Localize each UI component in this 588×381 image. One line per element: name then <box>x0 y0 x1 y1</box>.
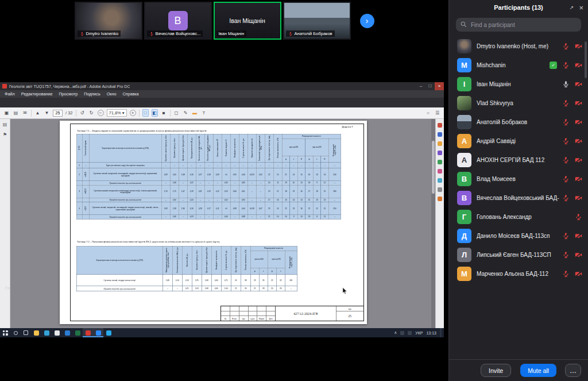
video-status-icon[interactable] <box>575 251 582 259</box>
video-status-icon[interactable] <box>575 99 582 107</box>
table-cell: 0,09 <box>213 168 222 181</box>
table-cell: Суглинок легкий, пилуватий, лесовидний, … <box>89 168 161 181</box>
scrollbar-thumb[interactable] <box>432 141 435 194</box>
mute-all-button[interactable]: Mute all <box>520 364 556 377</box>
document-view[interactable]: Додаток Г Таблиця 7.1 – Зведена відоміст… <box>10 119 435 328</box>
excel-icon[interactable] <box>72 328 83 337</box>
participant-row[interactable]: В Вячеслав Войцеховський БАД-1... <box>449 188 588 207</box>
mic-status-icon[interactable] <box>575 213 582 221</box>
participant-row[interactable]: I Іван Міщанін <box>449 75 588 94</box>
close-icon[interactable]: × <box>579 4 583 11</box>
table-cell: 0,95 <box>230 168 239 181</box>
mic-status-icon[interactable] <box>562 251 570 259</box>
video-status-icon[interactable] <box>575 270 582 278</box>
start-button[interactable] <box>0 328 10 337</box>
next-participants-button[interactable]: › <box>360 14 374 28</box>
muted-mic-icon <box>288 32 293 36</box>
mic-status-icon[interactable] <box>562 61 570 69</box>
menu-item[interactable]: Справка <box>122 91 138 97</box>
participant-row[interactable]: Анатолій Бобраков <box>449 113 588 132</box>
participant-row[interactable]: А Андрій Саввіді <box>449 132 588 151</box>
document-scrollbar[interactable] <box>431 119 435 328</box>
acrobat-icon[interactable] <box>83 328 93 337</box>
mic-status-icon[interactable] <box>562 232 570 240</box>
participant-row[interactable]: Д Данило Моісеєв БАД-113сп <box>449 226 588 245</box>
mic-status-icon[interactable] <box>562 118 570 126</box>
menu-item[interactable]: Окно <box>107 91 117 97</box>
window-controls: –□× <box>416 82 444 90</box>
menu-item[interactable]: Файл <box>5 91 15 97</box>
participant-row[interactable]: Vlad Shkvyrya <box>449 94 588 113</box>
search-input[interactable] <box>456 18 581 32</box>
video-tile-dmytro[interactable]: Dmytro Ivanenko <box>75 2 142 40</box>
participant-name: Данило Моісеєв БАД-113сп <box>477 233 559 239</box>
participant-row[interactable]: Л Липський Євген БАД-113СП <box>449 245 588 264</box>
video-status-icon[interactable] <box>575 156 582 164</box>
search-button[interactable] <box>10 328 21 337</box>
minimize-button[interactable]: – <box>416 82 425 90</box>
video-tile-anatoliy[interactable]: Анатолій Бобраков <box>283 2 351 40</box>
mic-status-icon[interactable] <box>562 43 570 50</box>
maximize-button[interactable]: □ <box>425 82 435 90</box>
more-options-button[interactable]: … <box>565 364 581 377</box>
avatar-initial: В <box>462 175 467 183</box>
mic-status-icon[interactable] <box>562 156 570 164</box>
zoom-icon[interactable] <box>93 328 103 337</box>
table-header-cell: Початковий тиск просідання psl, МПа <box>256 134 265 162</box>
mic-status-icon[interactable] <box>562 99 570 107</box>
table-header-cell: Щільність сухого ґрунту ρd, г/см³ <box>202 246 211 274</box>
table-cell: – <box>247 185 256 198</box>
video-status-icon[interactable] <box>575 43 582 50</box>
video-status-icon[interactable] <box>575 118 582 126</box>
participant-row[interactable]: Dmytro Ivanenko (Host, me) <box>449 37 588 56</box>
table-cell: <0 <box>222 168 230 181</box>
video-status-icon[interactable] <box>575 137 582 145</box>
task-view-button[interactable] <box>21 328 31 337</box>
mic-status-icon[interactable] <box>562 175 570 183</box>
edge-icon[interactable] <box>41 328 52 337</box>
table-cell: – <box>172 286 182 291</box>
participants-list[interactable]: Dmytro Ivanenko (Host, me) <box>449 36 588 359</box>
video-tile-vyacheslav[interactable]: B Вячеслав Войцеховс... <box>144 2 212 40</box>
close-button[interactable]: × <box>435 82 444 90</box>
video-status-icon[interactable] <box>575 80 582 88</box>
sidebar-scrollbar-thumb[interactable] <box>585 41 587 78</box>
video-status-icon[interactable] <box>575 232 582 240</box>
avatar: Л <box>457 248 471 262</box>
menu-item[interactable]: Подпись <box>84 91 100 97</box>
participant-row[interactable]: Г Головань Александр <box>449 207 588 226</box>
video-status-icon[interactable] <box>575 175 582 183</box>
menu-item[interactable]: Просмотр <box>59 91 78 97</box>
table-header-cell: Щільність ґрунту ρ, г/см³ <box>192 246 202 274</box>
table-header-cell: Розрахункові значення <box>282 134 341 138</box>
table-header-cell: Щільність ґрунту ρ, г/см³ <box>170 134 179 162</box>
participant-row[interactable]: M Mishchanin ✓ <box>449 56 588 75</box>
table-cell: 0,31 <box>196 185 204 198</box>
video-status-icon[interactable] <box>575 61 582 69</box>
table-cell: 0,40 <box>222 215 230 220</box>
table-cell: 32 <box>276 275 285 286</box>
table-cell: – <box>161 163 170 168</box>
telegram-icon[interactable] <box>103 328 114 337</box>
participant-row[interactable]: М Марченко Альона БАД-112 <box>449 264 588 283</box>
participant-row[interactable]: A АНОХІН СЕРГІЙ БАД 112 <box>449 151 588 170</box>
word-icon[interactable] <box>62 328 72 337</box>
table-cell: – <box>82 163 89 168</box>
video-status-icon[interactable] <box>575 194 582 202</box>
table-cell: – <box>256 163 265 168</box>
mic-status-icon[interactable] <box>562 80 570 88</box>
participant-row[interactable]: В Влад Моисеев <box>449 170 588 188</box>
mic-status-icon[interactable] <box>562 194 570 202</box>
table-cell: 17 <box>265 198 273 202</box>
menu-item[interactable]: Редактирование <box>21 91 53 97</box>
file-explorer-icon[interactable] <box>31 328 41 337</box>
popout-icon[interactable]: ↗ <box>570 5 574 10</box>
video-tile-ivan[interactable]: Іван Міщанін Іван Міщанін <box>214 2 281 40</box>
mic-status-icon[interactable] <box>562 270 570 278</box>
acrobat-titlebar[interactable]: Геологія звіт TUQ1757, Червона...мбз.pdf… <box>0 82 444 90</box>
mic-status-icon[interactable] <box>562 137 570 145</box>
invite-button[interactable]: Invite <box>481 364 511 377</box>
table-cell: – <box>328 198 341 202</box>
table-cell: – <box>328 181 341 186</box>
chrome-icon[interactable] <box>52 328 62 337</box>
